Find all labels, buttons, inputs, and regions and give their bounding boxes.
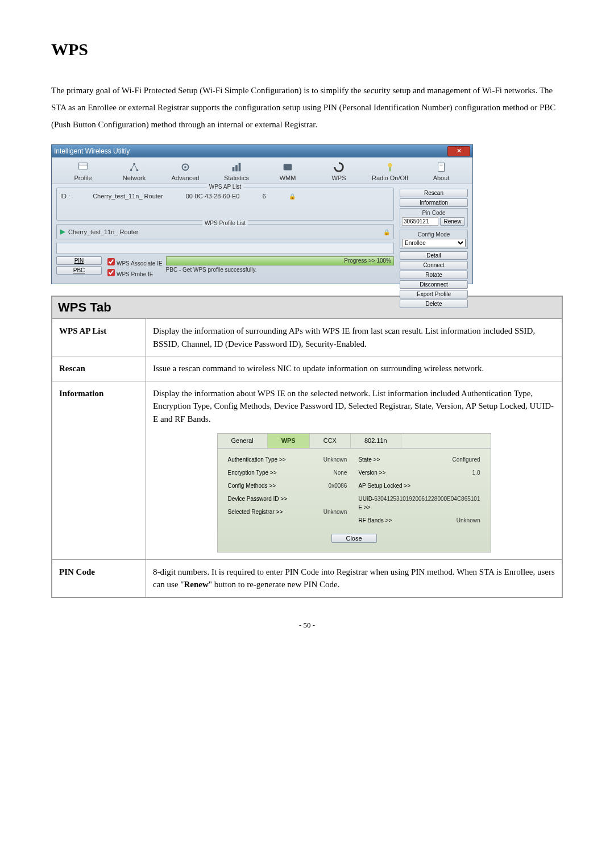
info-row: Encryption TypeNone [228,468,347,477]
svg-rect-9 [233,167,235,171]
info-row: Config Methods0x0086 [228,481,347,490]
table-row: WPS AP List Display the information of s… [52,319,562,356]
info-label: Authentication Type [228,455,286,464]
info-tab-80211n[interactable]: 802.11n [351,434,401,448]
table-row: Rescan Issue a rescan command to wireles… [52,356,562,381]
tab-label: Advanced [172,175,200,181]
renew-button[interactable]: Renew [440,217,465,226]
wps-ap-list-legend: WPS AP List [207,184,244,190]
profile-list-row[interactable]: ▶ Cherry_test_11n_ Router [60,228,390,235]
tab-network[interactable]: Network [109,161,160,181]
tab-statistics[interactable]: Statistics [211,161,262,181]
connect-button[interactable]: Connect [400,261,468,269]
row-val: Issue a rescan command to wireless NIC t… [146,356,563,381]
svg-rect-11 [239,163,241,172]
info-close-button[interactable]: Close [331,534,377,543]
info-label: AP Setup Locked [358,481,410,490]
disconnect-button[interactable]: Disconnect [400,280,468,289]
info-label: Device Password ID [228,495,288,503]
about-icon [433,161,449,173]
pin-code-input[interactable] [402,217,438,226]
row-key: Information [52,381,146,559]
information-button[interactable]: Information [400,198,468,207]
config-mode-legend: Config Mode [402,231,466,238]
info-label: UUID-E [358,495,374,512]
ap-ssid: Cherry_test_11n_ Router [93,193,163,200]
info-tab-ccx[interactable]: CCX [310,434,351,448]
wps-tab-table: WPS Tab WPS AP List Display the informat… [51,296,563,598]
intro-paragraph: The primary goal of Wi-Fi Protected Setu… [51,82,563,133]
table-row: Information Display the information abou… [52,381,562,559]
svg-line-6 [134,164,138,171]
rescan-button[interactable]: Rescan [400,189,468,197]
tab-profile[interactable]: Profile [57,161,109,181]
tab-advanced[interactable]: Advanced [160,161,211,181]
svg-point-14 [388,163,392,167]
info-value: Unknown [323,455,347,464]
page-number: - 50 - [51,621,563,630]
rotate-button[interactable]: Rotate [400,271,468,279]
close-icon[interactable]: ✕ [447,146,470,156]
tab-label: WMM [280,175,296,181]
pin-button[interactable]: PIN [56,256,102,265]
row-key: PIN Code [52,559,146,597]
pin-code-legend: Pin Code [402,210,466,216]
wps-ap-list-group: WPS AP List ID : Cherry_test_11n_ Router… [56,188,394,221]
row-text-bold: Renew [184,580,208,589]
table-row: PIN Code 8-digit numbers. It is required… [52,559,562,597]
info-row: RF BandsUnknown [358,516,480,525]
info-value: 0x0086 [329,481,347,490]
row-key: Rescan [52,356,146,381]
svg-rect-10 [235,165,238,171]
tab-wps[interactable]: WPS [313,161,364,181]
row-val: Display the information about WPS IE on … [146,381,563,559]
radio-icon [382,161,398,173]
info-row: Device Password ID [228,495,347,503]
tab-label: Profile [74,175,92,181]
delete-button[interactable]: Delete [400,300,468,308]
detail-button[interactable]: Detail [400,251,468,260]
row-val: Display the information of surrounding A… [146,319,563,356]
info-value: Configured [453,455,480,464]
config-mode-select[interactable]: Enrollee [402,239,466,247]
gear-icon [177,161,193,173]
ap-channel: 6 [262,193,265,200]
tab-label: WPS [331,175,346,181]
wps-associate-ie-checkbox[interactable]: WPS Associate IE [105,256,163,267]
pbc-button[interactable]: PBC [56,266,102,275]
stats-icon [229,161,244,173]
titlebar: Intelligent Wireless Utiltiy ✕ [52,145,472,157]
tab-label: About [433,175,450,181]
info-tab-wps[interactable]: WPS [268,434,310,448]
info-tab-general[interactable]: General [218,434,268,448]
status-text: PBC - Get WPS profile successfully. [166,267,394,273]
info-row: Selected RegistrarUnknown [228,508,347,516]
export-profile-button[interactable]: Export Profile [400,290,468,298]
row-text-post: " button to re-generate new PIN Code. [209,580,340,589]
wps-icon [331,161,347,173]
tab-label: Statistics [224,175,249,181]
wps-probe-ie-checkbox[interactable]: WPS Probe IE [105,267,163,278]
profile-icon [75,161,91,173]
wireless-utility-window: Intelligent Wireless Utiltiy ✕ Profile N… [51,144,473,284]
horizontal-scrollbar[interactable] [56,243,394,254]
wmm-icon [280,161,296,173]
info-label: State [358,455,380,464]
ap-list-row[interactable]: ID : Cherry_test_11n_ Router 00-0C-43-28… [60,192,390,201]
row-val: 8-digit numbers. It is required to enter… [146,559,563,597]
page-title: WPS [51,40,563,59]
info-row: Authentication TypeUnknown [228,455,347,464]
tab-radio[interactable]: Radio On/Off [364,161,416,181]
lock-icon [383,229,390,235]
tab-about[interactable]: About [416,161,467,181]
row-key: WPS AP List [52,319,146,356]
info-row: StateConfigured [358,455,480,464]
tab-wmm[interactable]: WMM [262,161,313,181]
table-header: WPS Tab [52,296,562,319]
info-label: Encryption Type [228,468,277,477]
config-mode-group: Config Mode Enrollee [400,230,468,249]
row-text: Display the information about WPS IE on … [153,389,554,423]
check-label: WPS Associate IE [117,260,163,267]
svg-rect-12 [284,164,292,171]
info-row: AP Setup Locked [358,481,480,490]
